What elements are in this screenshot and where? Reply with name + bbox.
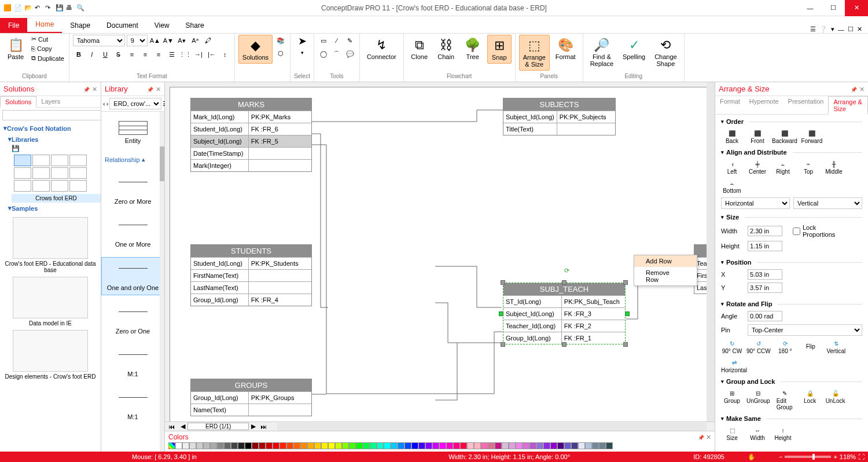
first-sheet-icon[interactable]: ⏮: [165, 423, 178, 430]
sample-item[interactable]: Design elements - Crow's foot ERD: [2, 330, 98, 380]
color-swatch[interactable]: [474, 442, 481, 449]
color-swatch[interactable]: [252, 442, 259, 449]
color-swatch[interactable]: [335, 442, 342, 449]
lib-thumb[interactable]: [32, 180, 50, 192]
hand-tool-icon[interactable]: ✋: [748, 453, 756, 461]
pin-icon[interactable]: 📌: [851, 87, 857, 93]
color-swatch[interactable]: [377, 442, 384, 449]
library-icon[interactable]: 📚: [275, 35, 286, 46]
prev-icon[interactable]: ‹: [103, 100, 105, 107]
color-swatch[interactable]: [273, 442, 279, 449]
edit-group-button[interactable]: ✎Edit Group: [774, 388, 796, 410]
scrollbar[interactable]: [160, 112, 164, 452]
resize-handle[interactable]: [623, 342, 628, 347]
color-swatch[interactable]: [439, 442, 446, 449]
color-swatch[interactable]: [391, 442, 398, 449]
position-section[interactable]: Position: [721, 259, 862, 266]
color-swatch[interactable]: [578, 442, 585, 449]
strike-icon[interactable]: S̶: [113, 49, 124, 60]
color-swatch[interactable]: [564, 442, 571, 449]
color-swatch[interactable]: [342, 442, 349, 449]
relationship-group[interactable]: Relationship ▴: [101, 153, 164, 166]
color-swatch[interactable]: [404, 442, 411, 449]
close-panel-icon[interactable]: ✕: [92, 86, 97, 93]
lib-thumb[interactable]: [14, 167, 31, 179]
close-button[interactable]: ✕: [845, 0, 868, 16]
chain-button[interactable]: ⛓Chain: [434, 35, 458, 63]
resize-handle[interactable]: [562, 342, 567, 347]
find-replace-button[interactable]: 🔎Find & Replace: [587, 35, 617, 69]
lock-button[interactable]: 🔒Lock: [799, 388, 821, 410]
color-swatch[interactable]: [599, 442, 606, 449]
rect-tool-icon[interactable]: ▭: [318, 35, 329, 46]
crows-foot-notation-item[interactable]: ▾ Crow's Foot Notation: [0, 123, 101, 134]
align-section[interactable]: Align and Distribute: [721, 149, 862, 156]
qat-redo-icon[interactable]: ↷: [45, 4, 53, 12]
sheet-tab[interactable]: ERD (1/1): [187, 423, 249, 430]
zoom-out-icon[interactable]: −: [779, 453, 782, 460]
bring-front-button[interactable]: ⬛Front: [746, 129, 768, 144]
color-swatch[interactable]: [516, 442, 523, 449]
color-swatch[interactable]: [460, 442, 467, 449]
bring-forward-button[interactable]: ⬛Forward: [801, 129, 823, 144]
color-swatch[interactable]: [543, 442, 550, 449]
rotate-section[interactable]: Rotate and Flip: [721, 300, 862, 307]
distribute-horizontal-combo[interactable]: Horizontal: [721, 197, 790, 209]
color-swatch[interactable]: [279, 442, 286, 449]
text-tool-icon[interactable]: 💬: [344, 48, 356, 60]
remove-row-item[interactable]: Remove Row: [634, 267, 697, 285]
send-back-button[interactable]: ⬛Back: [721, 129, 743, 144]
m-1-stencil[interactable]: M:1: [101, 344, 164, 381]
italic-icon[interactable]: I: [86, 49, 98, 60]
color-swatch[interactable]: [536, 442, 543, 449]
lib-thumb[interactable]: [69, 180, 87, 192]
snap-button[interactable]: ⊞Snap: [487, 35, 512, 64]
arrange-size-button[interactable]: ⬚Arrange & Size: [519, 35, 550, 71]
color-swatch[interactable]: [481, 442, 488, 449]
tab-shape[interactable]: Shape: [62, 18, 98, 33]
zero-or-one-stencil[interactable]: Zero or One: [101, 301, 164, 338]
order-section[interactable]: Order: [721, 118, 862, 125]
lib-thumb[interactable]: [14, 155, 31, 166]
font-color-icon[interactable]: A▾: [176, 35, 187, 46]
close-panel-icon[interactable]: ✕: [859, 86, 865, 93]
format-button[interactable]: 🎨Format: [552, 35, 579, 63]
resize-handle[interactable]: [562, 280, 567, 285]
resize-handle[interactable]: [501, 342, 505, 347]
pin-icon[interactable]: 📌: [147, 87, 153, 93]
connection-handle[interactable]: [625, 311, 630, 316]
pin-icon[interactable]: 📌: [698, 435, 704, 441]
rotate-handle-icon[interactable]: ⟳: [564, 267, 569, 274]
hypernote-tab[interactable]: Hypernote: [745, 96, 784, 114]
size-section[interactable]: Size: [721, 214, 862, 221]
color-swatch[interactable]: [189, 442, 196, 449]
solutions-search-input[interactable]: [2, 110, 101, 120]
zoom-fit-icon[interactable]: ⛶: [858, 453, 865, 460]
change-shape-button[interactable]: ⟲Change Shape: [651, 35, 681, 69]
rotate-ccw-button[interactable]: ↺90° CCW: [746, 339, 771, 354]
color-swatch[interactable]: [286, 442, 293, 449]
color-picker-icon[interactable]: [168, 442, 175, 449]
libraries-item[interactable]: ▾ Libraries: [0, 134, 101, 145]
layers-tab[interactable]: Layers: [36, 96, 65, 107]
font-family-combo[interactable]: Tahoma: [73, 35, 125, 46]
pen-tool-icon[interactable]: ✎: [344, 35, 356, 46]
outdent-icon[interactable]: |←: [206, 49, 218, 60]
color-swatch[interactable]: [585, 442, 592, 449]
same-size-button[interactable]: ⬚Size: [721, 426, 743, 441]
m-1-stencil-2[interactable]: M:1: [101, 387, 164, 424]
erd-subjects[interactable]: SUBJECTS Subject_Id(Long)PK:PK_Subjects …: [503, 98, 616, 135]
color-swatch[interactable]: [425, 442, 432, 449]
send-backward-button[interactable]: ⬛Backward: [772, 129, 797, 144]
lib-thumb[interactable]: [32, 155, 50, 166]
group-button[interactable]: ⊞Group: [721, 388, 743, 410]
samples-item[interactable]: ▾ Samples: [0, 203, 101, 214]
solutions-button[interactable]: ◆ Solutions: [238, 35, 273, 64]
resize-handle[interactable]: [501, 280, 505, 285]
color-swatch[interactable]: [453, 442, 460, 449]
arc-tool-icon[interactable]: ⌒: [331, 48, 343, 60]
align-center-icon[interactable]: ≡: [139, 49, 151, 60]
increase-font-icon[interactable]: A▲: [149, 35, 161, 46]
color-swatch[interactable]: [314, 442, 321, 449]
color-swatch[interactable]: [328, 442, 335, 449]
